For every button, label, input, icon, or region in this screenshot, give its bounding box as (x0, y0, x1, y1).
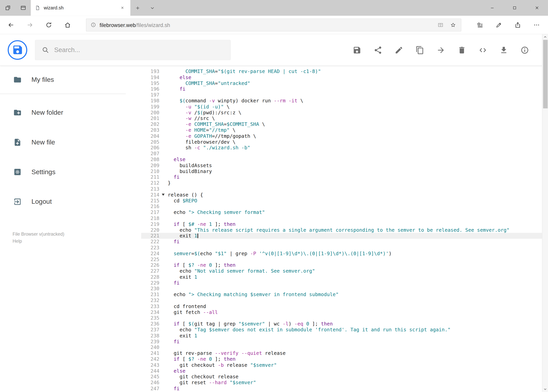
code-line-194[interactable]: 194 else (141, 74, 548, 80)
code-line-236[interactable]: 236 if [ $(git tag | grep "$semver" | wc… (141, 321, 548, 327)
browser-tab[interactable]: wizard.sh (31, 0, 130, 16)
code-line-198[interactable]: 198 $(command -v winpty) docker run --rm… (141, 98, 548, 104)
fold-marker-icon[interactable] (162, 194, 165, 196)
code-line-225[interactable]: 225 (141, 256, 548, 262)
code-line-235[interactable]: 235 (141, 315, 548, 321)
code-line-232[interactable]: 232 (141, 297, 548, 303)
tab-list-button[interactable] (145, 0, 160, 16)
code-line-234[interactable]: 234 git fetch --all (141, 309, 548, 315)
code-line-195[interactable]: 195 COMMIT_SHA="untracked" (141, 80, 548, 86)
raw-code-button[interactable] (475, 42, 491, 58)
code-line-237[interactable]: 237 echo "Tag $semver does not exist in … (141, 327, 548, 333)
code-line-220[interactable]: 220 echo "This release script requires a… (141, 227, 548, 233)
rename-button[interactable] (391, 42, 407, 58)
move-button[interactable] (433, 42, 448, 58)
home-button[interactable] (58, 16, 77, 33)
code-line-218[interactable]: 218 (141, 215, 548, 221)
code-line-217[interactable]: 217 echo "> Checking semver format" (141, 210, 548, 215)
sidebar-item-new-folder[interactable]: New folder (0, 98, 126, 127)
code-line-204[interactable]: 204 -e GOPATH=//tmp/gopath \ (141, 133, 548, 139)
close-window-button[interactable] (526, 0, 548, 16)
search-input[interactable] (54, 46, 224, 54)
code-line-209[interactable]: 209 buildAssets (141, 162, 548, 168)
tab-close-button[interactable] (118, 4, 126, 12)
code-line-246[interactable]: 246 git reset --hard "$semver" (141, 380, 548, 385)
code-line-197[interactable]: 197 (141, 92, 548, 98)
reading-view-button[interactable] (435, 20, 446, 30)
address-bar[interactable]: filebrowser.web/files/wizard.sh (86, 18, 461, 31)
code-line-208[interactable]: 208 else (141, 157, 548, 162)
delete-button[interactable] (454, 42, 469, 58)
code-line-193[interactable]: 193 COMMIT_SHA="$(git rev-parse HEAD | c… (141, 69, 548, 74)
code-line-242[interactable]: 242 if [ $? -ne 0 ]; then (141, 356, 548, 362)
info-button[interactable] (517, 42, 532, 58)
scrollbar-thumb[interactable] (543, 40, 548, 108)
code-line-210[interactable]: 210 buildBinary (141, 168, 548, 174)
code-line-200[interactable]: 200 -v /$(pwd):/src:z \ (141, 110, 548, 115)
search-box[interactable] (35, 40, 231, 60)
code-line-231[interactable]: 231 echo "> Checking matching $semver in… (141, 292, 548, 297)
new-tab-button[interactable] (130, 0, 145, 16)
sidebar-item-settings[interactable]: Settings (0, 157, 126, 187)
code-line-223[interactable]: 223 (141, 245, 548, 251)
code-line-216[interactable]: 216 (141, 203, 548, 210)
code-line-233[interactable]: 233 cd frontend (141, 303, 548, 309)
code-line-245[interactable]: 245 git checkout release (141, 374, 548, 380)
more-options-button[interactable] (527, 16, 546, 33)
copy-button[interactable] (412, 42, 428, 58)
scroll-down-icon[interactable] (542, 386, 548, 392)
code-line-196[interactable]: 196 fi (141, 86, 548, 92)
code-line-244[interactable]: 244 else (141, 368, 548, 374)
code-line-222[interactable]: 222 fi (141, 239, 548, 245)
code-line-199[interactable]: 199 -u "$(id -u)" \ (141, 104, 548, 110)
code-line-240[interactable]: 240 (141, 344, 548, 350)
code-line-214[interactable]: 214release () { (141, 192, 548, 198)
code-line-221[interactable]: 221 exit 1 (141, 233, 548, 239)
sidebar-item-new-file[interactable]: New file (0, 127, 126, 157)
code-line-207[interactable]: 207 (141, 151, 548, 157)
set-tabs-aside-button[interactable] (0, 0, 15, 16)
share-button[interactable] (508, 16, 527, 33)
add-favorite-button[interactable] (448, 20, 458, 30)
code-line-215[interactable]: 215 cd $REPO (141, 198, 548, 203)
save-button[interactable] (349, 42, 365, 58)
code-line-206[interactable]: 206 sh -c "./wizard.sh -b" (141, 145, 548, 151)
code-line-226[interactable]: 226 if [ $? -ne 0 ]; then (141, 262, 548, 268)
back-button[interactable] (1, 16, 20, 33)
site-info-icon[interactable] (90, 22, 96, 28)
download-button[interactable] (496, 42, 511, 58)
sidebar-item-logout[interactable]: Logout (0, 187, 126, 217)
page-scrollbar[interactable] (542, 34, 548, 392)
sidebar-item-my-files[interactable]: My files (0, 66, 126, 94)
maximize-button[interactable] (503, 0, 526, 16)
code-line-239[interactable]: 239 fi (141, 339, 548, 344)
code-line-202[interactable]: 202 -e COMMIT_SHA=$COMMIT_SHA \ (141, 121, 548, 127)
code-editor[interactable]: 193 COMMIT_SHA="$(git rev-parse HEAD | c… (141, 66, 548, 392)
line-number: 223 (141, 245, 160, 251)
code-line-227[interactable]: 227 echo "Not valid semver format. See s… (141, 268, 548, 274)
refresh-button[interactable] (39, 16, 58, 33)
code-line-238[interactable]: 238 exit 1 (141, 333, 548, 339)
code-line-247[interactable]: 247 fi (141, 385, 548, 392)
code-line-229[interactable]: 229 fi (141, 280, 548, 286)
code-line-203[interactable]: 203 -e HOME="//tmp" \ (141, 127, 548, 133)
code-line-219[interactable]: 219 if [ $# -ne 1 ]; then (141, 221, 548, 227)
tabs-preview-button[interactable] (15, 0, 31, 16)
code-line-201[interactable]: 201 -w //src \ (141, 115, 548, 121)
help-link[interactable]: Help (13, 238, 64, 245)
code-line-211[interactable]: 211 fi (141, 174, 548, 180)
code-line-213[interactable]: 213 (141, 186, 548, 192)
code-line-228[interactable]: 228 exit 1 (141, 274, 548, 280)
share-button[interactable] (370, 42, 386, 58)
code-line-243[interactable]: 243 git checkout -b release "$semver" (141, 362, 548, 368)
code-line-230[interactable]: 230 (141, 286, 548, 292)
code-line-212[interactable]: 212} (141, 180, 548, 186)
minimize-button[interactable] (481, 0, 503, 16)
code-line-224[interactable]: 224 semver=$(echo "$1" | grep -P '^v(0|[… (141, 251, 548, 256)
forward-button[interactable] (20, 16, 39, 33)
scroll-up-icon[interactable] (542, 34, 548, 40)
code-line-205[interactable]: 205 filebrowser/dev \ (141, 139, 548, 145)
hub-favorites-button[interactable] (470, 16, 489, 33)
web-note-button[interactable] (489, 16, 508, 33)
code-line-241[interactable]: 241 git rev-parse --verify --quiet relea… (141, 350, 548, 356)
